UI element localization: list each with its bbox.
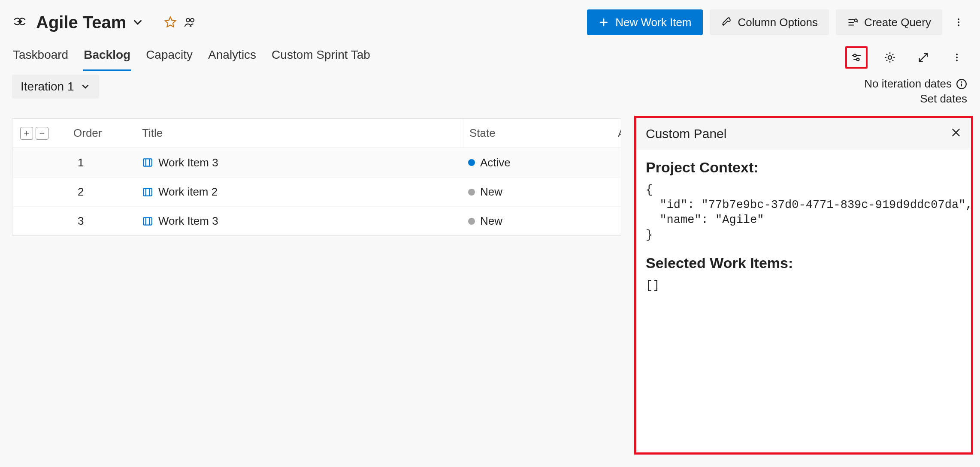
project-context-heading: Project Context: — [646, 159, 962, 176]
state-cell: New — [463, 214, 583, 228]
collapse-all-button[interactable]: − — [36, 127, 48, 140]
title-cell[interactable]: Work Item 3 — [137, 156, 463, 169]
expand-all-button[interactable]: + — [20, 127, 33, 140]
table-row[interactable]: 3 Work Item 3 New — [12, 206, 621, 235]
team-name[interactable]: Agile Team — [36, 13, 126, 32]
svg-rect-16 — [143, 217, 152, 225]
title-cell[interactable]: Work Item 3 — [137, 214, 463, 228]
project-context-json: { "id": "77b7e9bc-37d0-4771-839c-919d9dd… — [646, 183, 962, 243]
settings-gear-icon[interactable] — [879, 46, 901, 69]
svg-rect-14 — [143, 159, 152, 166]
table-row[interactable]: 2 Work item 2 New — [12, 177, 621, 206]
state-cell: New — [463, 185, 583, 199]
title-cell[interactable]: Work item 2 — [137, 185, 463, 199]
people-icon[interactable] — [184, 16, 197, 29]
column-state[interactable]: State — [463, 119, 583, 148]
selected-items-json: [] — [646, 278, 962, 293]
view-more-icon[interactable] — [946, 46, 968, 69]
filter-settings-icon[interactable] — [845, 46, 868, 69]
selected-items-heading: Selected Work Items: — [646, 255, 962, 271]
new-work-item-label: New Work Item — [615, 16, 691, 29]
svg-point-0 — [186, 18, 190, 22]
assigned-cell: Dan H — [583, 156, 621, 169]
svg-rect-15 — [143, 188, 152, 196]
favorite-star-icon[interactable] — [164, 16, 177, 29]
column-options-label: Column Options — [738, 16, 818, 29]
set-dates-link[interactable]: Set dates — [920, 92, 967, 105]
custom-panel: Custom Panel Project Context: { "id": "7… — [634, 116, 973, 455]
iteration-selector[interactable]: Iteration 1 — [12, 75, 99, 99]
tab-taskboard[interactable]: Taskboard — [12, 44, 69, 71]
svg-point-10 — [956, 57, 958, 58]
close-icon[interactable] — [950, 127, 962, 141]
tab-custom-sprint[interactable]: Custom Sprint Tab — [271, 44, 371, 71]
svg-point-5 — [958, 24, 959, 26]
order-cell: 2 — [68, 185, 137, 199]
column-assigned[interactable]: Assigned — [583, 127, 621, 140]
create-query-button[interactable]: Create Query — [836, 9, 942, 35]
svg-point-11 — [956, 60, 958, 61]
backlog-grid: + − Order Title State Assigned 1 Work It… — [12, 118, 621, 236]
svg-point-3 — [958, 18, 959, 20]
order-cell: 1 — [68, 156, 137, 169]
tab-backlog[interactable]: Backlog — [83, 44, 131, 71]
iteration-label: Iteration 1 — [21, 80, 74, 93]
order-cell: 3 — [68, 214, 137, 228]
table-row[interactable]: 1 Work Item 3 Active Dan H — [12, 148, 621, 177]
svg-point-6 — [854, 54, 856, 57]
column-options-button[interactable]: Column Options — [710, 9, 829, 35]
more-actions-icon[interactable] — [949, 13, 968, 32]
team-icon — [12, 15, 27, 30]
svg-point-7 — [857, 58, 859, 61]
tab-bar: Taskboard Backlog Capacity Analytics Cus… — [12, 44, 371, 71]
fullscreen-icon[interactable] — [912, 46, 935, 69]
info-icon[interactable] — [956, 78, 967, 90]
svg-point-8 — [888, 56, 892, 59]
column-order[interactable]: Order — [68, 127, 137, 140]
column-title[interactable]: Title — [137, 127, 463, 140]
svg-point-13 — [961, 81, 962, 82]
create-query-label: Create Query — [864, 16, 931, 29]
chevron-down-icon[interactable] — [131, 16, 144, 29]
svg-point-1 — [191, 18, 194, 22]
tab-analytics[interactable]: Analytics — [207, 44, 257, 71]
no-iteration-dates-label: No iteration dates — [864, 77, 952, 90]
state-cell: Active — [463, 156, 583, 169]
panel-title: Custom Panel — [646, 127, 726, 141]
svg-point-9 — [956, 54, 958, 55]
tab-capacity[interactable]: Capacity — [145, 44, 194, 71]
new-work-item-button[interactable]: New Work Item — [587, 9, 702, 35]
svg-point-4 — [958, 21, 959, 23]
